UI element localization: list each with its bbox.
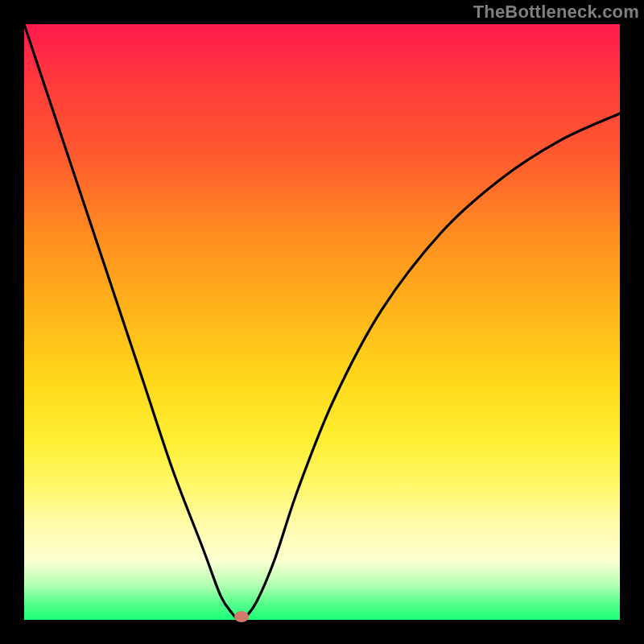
watermark-text: TheBottleneck.com <box>473 2 639 23</box>
minimum-dot <box>234 611 249 622</box>
chart-frame: TheBottleneck.com <box>0 0 644 644</box>
bottleneck-curve <box>24 24 620 620</box>
plot-area <box>24 24 620 620</box>
curve-svg <box>24 24 620 620</box>
